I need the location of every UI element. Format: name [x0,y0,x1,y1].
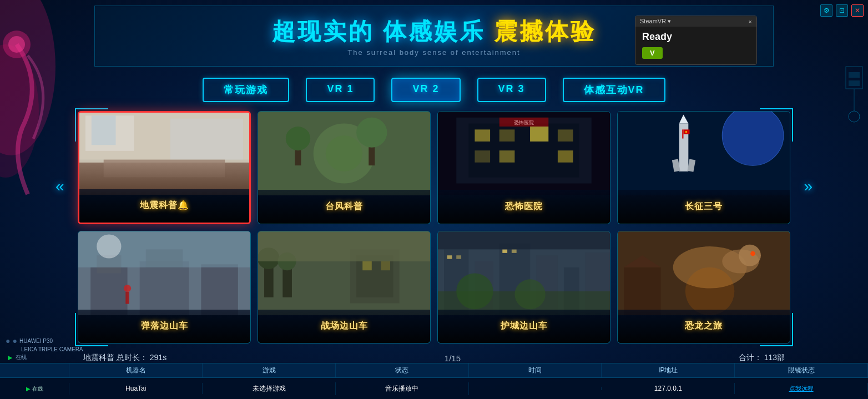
row-online-label: 在线 [32,386,43,392]
device-icon-2: ● [12,336,17,345]
device-info: ● ● HUAWEI P30 LEICA TRIPLE CAMERA ▶ 在线 [6,336,83,361]
game-label-text-ruins: 弹落边山车 [141,320,188,332]
steamvr-widget: SteamVR ▾ × Ready V [635,16,757,65]
status-table: 机器名 游戏 状态 时间 IP地址 眼镜状态 ▶ 在线 HuaTai 未选择游戏… [0,363,868,399]
total-value: 113部 [764,353,785,362]
svg-rect-46 [90,267,127,315]
device-camera: LEICA TRIPLE CAMERA [6,346,83,352]
game-card-dragon[interactable]: 恐龙之旅 [617,231,790,344]
svg-rect-31 [499,150,515,163]
steamvr-launch-button[interactable]: V [642,47,663,59]
svg-rect-29 [558,129,573,142]
svg-point-85 [750,251,755,256]
game-card-label-city: 护城边山车 [438,310,610,343]
game-card-label-rocket: 长征三号 [618,190,790,223]
game-thumb-dragon [618,231,790,315]
game-card-horror[interactable]: 恐怖医院 恐怖医院 [437,111,610,224]
device-brand: HUAWEI P30 [19,338,53,344]
row-glasses-link[interactable]: 点我远程 [789,385,814,392]
svg-rect-44 [685,132,687,133]
game-thumb-typhoon [258,112,430,195]
row-ip: 127.0.0.1 [602,383,735,394]
game-card-warzone[interactable]: 战场边山车 [258,231,431,344]
svg-rect-50 [201,264,238,315]
game-label-text-typhoon: 台风科普 [325,201,363,213]
game-label-text-city: 护城边山车 [501,320,548,332]
svg-rect-54 [125,292,129,304]
restore-button[interactable]: ⊡ [836,4,848,17]
steamvr-close-button[interactable]: × [749,18,752,25]
tab-vr2[interactable]: VR 2 [391,78,460,102]
game-card-ruins-coaster[interactable]: 弹落边山车 [78,231,251,344]
total-count: 合计： 113部 [739,353,785,363]
svg-rect-62 [362,261,372,270]
tab-interactive[interactable]: 体感互动VR [563,78,665,102]
game-thumb-rocket [618,112,790,195]
svg-rect-15 [104,160,225,178]
svg-rect-72 [447,255,452,259]
tab-vr1[interactable]: VR 1 [306,78,375,102]
svg-point-20 [286,127,310,150]
game-label-text-horror: 恐怖医院 [505,201,543,213]
col-header-glasses: 眼镜状态 [735,363,868,377]
col-header-game: 游戏 [203,363,336,377]
selected-game-info: 地震科普 总时长： 291s [83,353,166,363]
svg-rect-73 [456,255,461,259]
row-online-dot: ▶ [26,386,31,392]
nav-right-arrow[interactable]: » [804,178,813,195]
svg-point-79 [514,279,545,309]
game-card-label-dragon: 恐龙之旅 [618,310,790,343]
col-header-time: 时间 [469,363,602,377]
game-card-label-ruins: 弹落边山车 [78,310,250,343]
status-table-header: 机器名 游戏 状态 时间 IP地址 眼镜状态 [0,363,868,378]
game-thumb-horror: 恐怖医院 [438,112,610,195]
col-header-machine: 机器名 [69,363,203,377]
settings-button[interactable]: ⚙ [820,4,832,17]
game-card-rocket[interactable]: 长征三号 [617,111,790,224]
svg-rect-74 [502,249,507,252]
close-button[interactable]: ✕ [851,4,864,17]
game-card-city[interactable]: 护城边山车 [437,231,610,344]
device-icon-1: ● [6,336,10,345]
svg-rect-26 [475,129,490,142]
game-grid: 地震科普🔔 台风科普 [78,111,790,344]
game-card-label-typhoon: 台风科普 [258,190,430,223]
online-indicator: ▶ [8,354,12,361]
row-glasses[interactable]: 点我远程 [735,383,868,395]
duration-value: 291s [150,353,166,362]
svg-rect-30 [475,150,490,163]
total-label: 合计： [739,353,762,362]
svg-point-88 [685,267,735,315]
tab-common[interactable]: 常玩游戏 [203,78,289,102]
svg-text:恐怖医院: 恐怖医院 [513,120,534,125]
game-card-earthquake[interactable]: 地震科普🔔 [78,111,251,224]
game-card-typhoon[interactable]: 台风科普 [258,111,431,224]
row-status: 音乐播放中 [336,382,469,395]
game-label-text-rocket: 长征三号 [685,201,723,213]
bottom-info-bar: 地震科普 总时长： 291s 1/15 合计： 113部 [78,353,790,363]
game-thumb-city [438,231,610,315]
steamvr-title: SteamVR ▾ [640,18,671,25]
svg-rect-63 [381,261,390,270]
row-game: 未选择游戏 [203,382,336,395]
svg-rect-48 [140,261,189,315]
svg-point-84 [739,244,761,266]
game-label-text-earthquake: 地震科普🔔 [140,200,189,211]
game-label-text-warzone: 战场边山车 [321,320,368,332]
game-grid-container: 地震科普🔔 台风科普 [78,111,790,344]
row-machine: HuaTai [69,383,203,394]
svg-rect-64 [258,231,430,261]
nav-left-arrow[interactable]: « [55,178,64,195]
banner-yellow: 震撼体验 [485,18,596,44]
tab-vr3[interactable]: VR 3 [477,78,546,102]
svg-rect-76 [438,231,610,249]
game-thumb-earthquake [79,113,249,195]
game-label-text-dragon: 恐龙之旅 [685,320,723,332]
svg-rect-86 [624,267,660,315]
row-online-indicator: ▶ 在线 [0,383,69,395]
window-controls: ⚙ ⊡ ✕ [820,4,864,17]
svg-rect-12 [92,115,116,145]
svg-rect-28 [530,127,548,142]
nav-tabs: 常玩游戏 VR 1 VR 2 VR 3 体感互动VR [94,78,774,102]
game-thumb-warzone [258,231,430,315]
